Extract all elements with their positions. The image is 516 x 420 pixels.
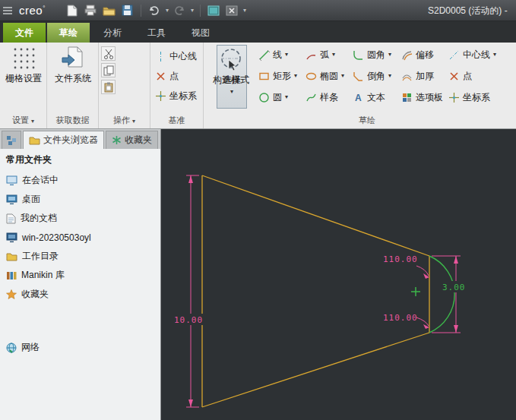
dimension-right[interactable]: 3.00	[432, 256, 466, 333]
folder-item-desktop[interactable]: 桌面	[6, 190, 160, 209]
folder-item-favorites[interactable]: 收藏夹	[6, 285, 160, 304]
tab-favorites[interactable]: 收藏夹	[106, 131, 158, 149]
centerline-icon	[448, 49, 460, 61]
tab-tools[interactable]: 工具	[135, 23, 178, 43]
tab-sketch[interactable]: 草绘	[47, 23, 90, 43]
copy-button[interactable]	[101, 63, 116, 77]
chevron-down-icon: ▾	[132, 118, 135, 125]
tool-palette[interactable]: 选项板	[401, 90, 443, 105]
grid-dots-icon	[11, 46, 36, 70]
open-folder-icon[interactable]	[102, 3, 116, 17]
tool-centerline[interactable]: 中心线▾	[448, 47, 496, 62]
folder-item-my-documents[interactable]: 我的文档	[6, 209, 160, 228]
dimension-angle-top[interactable]: 110.00	[383, 254, 429, 279]
tab-folder-browser[interactable]: 文件夹浏览器	[23, 131, 104, 149]
chevron-down-icon: ▾	[388, 73, 391, 79]
cut-button[interactable]	[101, 46, 116, 61]
spline-icon	[305, 92, 317, 103]
globe-icon	[6, 343, 17, 353]
tool-offset[interactable]: 偏移	[401, 47, 434, 62]
datum-centerline-button[interactable]: 中心线	[155, 49, 197, 64]
folder-icon	[29, 136, 40, 145]
settings-group-label[interactable]: 设置 ▾	[0, 115, 46, 126]
tool-fillet[interactable]: 圆角▾	[353, 47, 391, 62]
toolbar-customize-chevron-icon[interactable]: ▾	[243, 8, 246, 14]
operations-group-label[interactable]: 操作 ▾	[99, 115, 150, 126]
folder-item-manikin-library[interactable]: Manikin 库	[6, 266, 160, 285]
chamfer-icon	[353, 71, 364, 82]
toolbar-separator	[200, 5, 201, 17]
construction-mode-button[interactable]: 构造模式	[210, 46, 252, 87]
copy-icon	[103, 65, 114, 76]
tool-arc[interactable]: 弧▾	[305, 47, 335, 62]
ribbon-group-operations: 选择 ▾ 操作 ▾	[99, 43, 150, 128]
window-switch-icon[interactable]	[207, 3, 221, 17]
circle-icon	[258, 92, 270, 103]
print-icon[interactable]	[84, 3, 98, 17]
bottom-slant-line	[202, 333, 429, 407]
offset-icon	[401, 49, 413, 61]
creo-logo: creo°	[19, 4, 46, 17]
file-system-button[interactable]: 文件系统	[52, 46, 94, 85]
tool-rectangle[interactable]: 矩形▾	[258, 68, 297, 84]
point-x-icon	[155, 71, 166, 82]
svg-text:A: A	[355, 93, 362, 103]
grid-settings-label: 栅格设置	[5, 72, 42, 85]
datum-point-button[interactable]: 点	[155, 68, 179, 84]
new-file-icon[interactable]	[65, 3, 80, 17]
arc-center-cross-icon	[411, 287, 420, 296]
chevron-down-icon: ▾	[285, 94, 288, 100]
tab-view[interactable]: 视图	[179, 23, 222, 43]
dimension-angle-bottom[interactable]: 110.00	[383, 313, 429, 329]
sketch-geometry[interactable]	[202, 175, 429, 407]
document-title: S2D0005 (活动的) -	[428, 5, 508, 17]
tab-analysis[interactable]: 分析	[91, 23, 134, 43]
rectangle-icon	[258, 71, 270, 82]
tool-thicken[interactable]: 加厚	[401, 68, 434, 84]
arc-icon	[305, 49, 317, 61]
datum-csys-button[interactable]: 坐标系	[155, 88, 197, 103]
folder-browser-panel: 常用文件夹 在会话中 桌面 我的文档 win-20230503oyl 工作目录 …	[0, 149, 161, 420]
folder-item-in-session[interactable]: 在会话中	[6, 171, 160, 190]
undo-chevron-icon[interactable]: ▾	[166, 8, 169, 14]
arc-entity[interactable]	[429, 256, 454, 333]
folder-item-computer[interactable]: win-20230503oyl	[6, 228, 160, 247]
quick-access-toolbar: ▾ ▾ ▾	[65, 3, 246, 17]
folder-item-network[interactable]: 网络	[6, 338, 160, 357]
browser-tab-bar: 文件夹浏览器 收藏夹	[0, 129, 161, 149]
tool-spline[interactable]: 样条	[305, 90, 338, 105]
undo-icon[interactable]	[147, 3, 162, 17]
tab-model-tree[interactable]	[2, 131, 21, 149]
redo-icon[interactable]	[173, 3, 187, 17]
sketch-group-label: 草绘	[321, 115, 413, 126]
construction-mode-label: 构造模式	[213, 74, 249, 87]
chevron-down-icon: ▾	[294, 73, 297, 79]
file-system-label: 文件系统	[55, 72, 91, 85]
folder-item-working-directory[interactable]: 工作目录	[6, 247, 160, 266]
tool-circle[interactable]: 圆▾	[258, 90, 288, 105]
chevron-down-icon: ▾	[285, 52, 288, 58]
sketch-canvas[interactable]: 10.00 110.00 110.00 3.00	[161, 129, 516, 420]
close-window-icon[interactable]	[225, 3, 239, 17]
grid-settings-button[interactable]: 栅格设置	[3, 46, 44, 85]
centerline-icon	[155, 51, 166, 62]
redo-chevron-icon[interactable]: ▾	[191, 8, 194, 14]
session-icon	[6, 175, 17, 185]
tool-line[interactable]: 线▾	[258, 47, 288, 62]
scissors-icon	[103, 49, 114, 59]
dimension-left[interactable]: 10.00	[172, 175, 210, 407]
tab-file[interactable]: 文件	[3, 23, 46, 43]
ribbon-tab-bar: 文件 草绘 分析 工具 视图	[0, 21, 516, 43]
save-icon[interactable]	[120, 3, 135, 17]
construction-mode-icon	[218, 46, 244, 71]
ribbon-group-settings: 栅格设置 设置 ▾	[0, 43, 47, 128]
chevron-down-icon: ▾	[388, 52, 391, 58]
tool-ellipse[interactable]: 椭圆▾	[305, 68, 344, 84]
tool-text[interactable]: A 文本	[353, 90, 385, 105]
tool-chamfer[interactable]: 倒角▾	[353, 68, 391, 84]
chevron-down-icon: ▾	[493, 52, 496, 58]
tool-point[interactable]: 点	[448, 68, 472, 84]
app-menu-icon[interactable]	[0, 3, 14, 17]
tool-csys[interactable]: 坐标系	[448, 90, 490, 105]
paste-button[interactable]	[101, 80, 116, 94]
